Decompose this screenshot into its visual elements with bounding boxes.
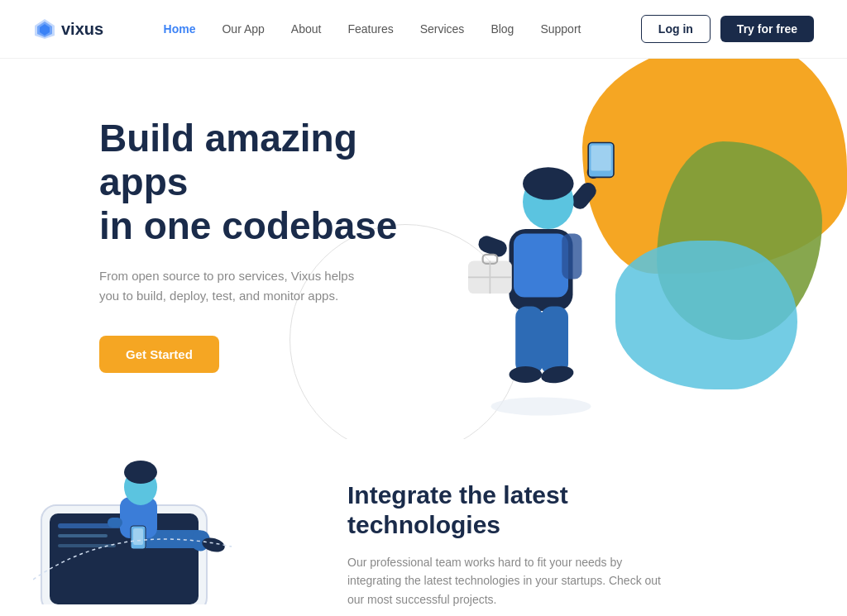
nav-actions: Log in Try for free: [641, 15, 814, 43]
brand-name: vixus: [61, 20, 103, 39]
try-free-button[interactable]: Try for free: [720, 16, 814, 42]
blob-blue: [615, 241, 797, 389]
section2: Integrate the latest technologies Our pr…: [0, 439, 847, 616]
svg-point-3: [491, 398, 591, 416]
nav-about[interactable]: About: [291, 22, 322, 36]
navbar: vixus Home Our App About Features Servic…: [0, 0, 847, 59]
section2-content: Integrate the latest technologies Our pr…: [347, 456, 678, 616]
person-svg: [450, 84, 632, 420]
svg-rect-5: [514, 234, 568, 298]
nav-links: Home Our App About Features Services Blo…: [164, 21, 581, 36]
nav-ourapp[interactable]: Our App: [222, 22, 264, 36]
section2-illustration: [33, 456, 298, 608]
section2-title: Integrate the latest technologies: [347, 480, 678, 540]
svg-point-33: [124, 461, 157, 484]
section2-text: Our professional team works hard to fit …: [347, 553, 678, 609]
nav-features[interactable]: Features: [347, 22, 393, 36]
get-started-button[interactable]: Get Started: [99, 336, 219, 373]
nav-blog[interactable]: Blog: [490, 22, 514, 36]
hero-subtitle: From open source to pro services, Vixus …: [99, 266, 364, 306]
logo: vixus: [33, 17, 103, 41]
svg-rect-6: [515, 307, 543, 375]
nav-support[interactable]: Support: [540, 22, 581, 36]
svg-rect-7: [541, 307, 568, 375]
hero-content: Build amazing apps in one codebase From …: [99, 100, 455, 373]
svg-rect-25: [58, 534, 108, 537]
hero-illustration: [450, 84, 632, 398]
hero-title: Build amazing apps in one codebase: [99, 117, 455, 248]
svg-point-20: [523, 167, 574, 200]
sitting-person-svg: [33, 456, 298, 604]
logo-icon: [33, 17, 56, 41]
svg-point-8: [510, 366, 543, 383]
svg-rect-21: [562, 234, 581, 279]
svg-rect-18: [591, 146, 611, 171]
nav-services[interactable]: Services: [420, 22, 465, 36]
hero-section: Build amazing apps in one codebase From …: [0, 59, 847, 439]
svg-rect-31: [108, 518, 122, 528]
login-button[interactable]: Log in: [641, 15, 711, 43]
svg-rect-35: [133, 528, 143, 545]
nav-home[interactable]: Home: [164, 22, 196, 36]
